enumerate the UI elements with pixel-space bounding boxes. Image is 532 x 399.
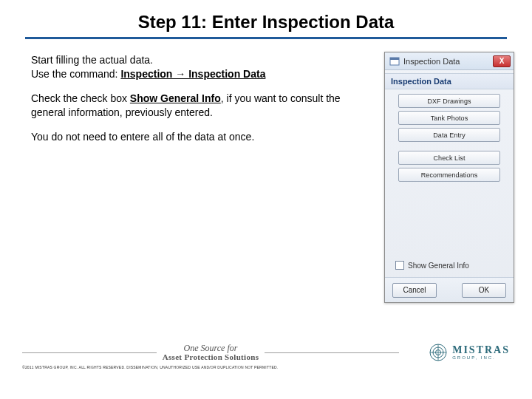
show-general-info-checkbox[interactable] — [395, 261, 404, 270]
footer-rule: One Source for Asset Protection Solution… — [0, 343, 532, 362]
p2-a: Check the check box — [31, 92, 130, 104]
close-button[interactable]: X — [493, 55, 511, 67]
close-icon: X — [499, 57, 505, 65]
p1-line2: Use the command: — [31, 68, 120, 80]
dialog-titlebar: Inspection Data X — [385, 52, 514, 70]
inspection-dialog: Inspection Data X Inspection Data DXF Dr… — [384, 52, 514, 303]
recommendations-button[interactable]: Recommendations — [398, 168, 500, 182]
footer-line-right — [265, 352, 399, 353]
menu-command: Inspection → Inspection Data — [120, 68, 265, 80]
footer-line-left — [22, 352, 157, 353]
window-icon — [389, 56, 400, 66]
logo-name: MISTRAS — [452, 345, 510, 355]
logo-icon — [429, 343, 448, 362]
title-area: Step 11: Enter Inspection Data — [0, 0, 532, 33]
logo-sub: GROUP, INC. — [452, 355, 510, 360]
ok-button[interactable]: OK — [462, 283, 506, 298]
slogan-text-1: One Source for — [184, 343, 238, 353]
slide-footer: One Source for Asset Protection Solution… — [0, 343, 532, 399]
title-rule — [25, 37, 507, 39]
slide: Step 11: Enter Inspection Data Start fil… — [0, 0, 532, 399]
tank-photos-button[interactable]: Tank Photos — [398, 111, 500, 125]
dialog-title: Inspection Data — [403, 57, 493, 66]
dialog-footer: Cancel OK — [385, 277, 514, 302]
paragraph-1: Start filling the actual data. Use the c… — [31, 53, 356, 81]
p2-bold: Show General Info — [130, 92, 221, 104]
slogan-line-1: One Source for — [163, 344, 259, 353]
footer-logo: MISTRAS GROUP, INC. — [399, 343, 510, 362]
logo-text: MISTRAS GROUP, INC. — [452, 345, 510, 360]
svg-rect-1 — [390, 58, 399, 60]
dialog-section-header: Inspection Data — [385, 73, 514, 89]
paragraph-3: You do not need to entere all of the dat… — [31, 130, 356, 144]
paragraph-2: Check the check box Show General Info, i… — [31, 92, 356, 120]
dxf-drawings-button[interactable]: DXF Drawings — [398, 94, 500, 108]
dialog-button-stack: DXF Drawings Tank Photos Data Entry Chec… — [385, 89, 514, 182]
spacer — [398, 145, 500, 148]
copyright-text: ©2011 MISTRAS GROUP, INC. ALL RIGHTS RES… — [0, 362, 532, 370]
data-entry-button[interactable]: Data Entry — [398, 128, 500, 142]
cancel-button[interactable]: Cancel — [392, 283, 437, 298]
check-list-button[interactable]: Check List — [398, 151, 500, 165]
show-general-info-label: Show General Info — [408, 262, 469, 270]
page-title: Step 11: Enter Inspection Data — [0, 12, 532, 33]
p1-line1: Start filling the actual data. — [31, 54, 153, 66]
body-text: Start filling the actual data. Use the c… — [31, 53, 356, 154]
footer-slogan: One Source for Asset Protection Solution… — [157, 344, 265, 361]
slogan-line-2: Asset Protection Solutions — [163, 353, 259, 362]
show-general-info-row: Show General Info — [395, 261, 469, 270]
